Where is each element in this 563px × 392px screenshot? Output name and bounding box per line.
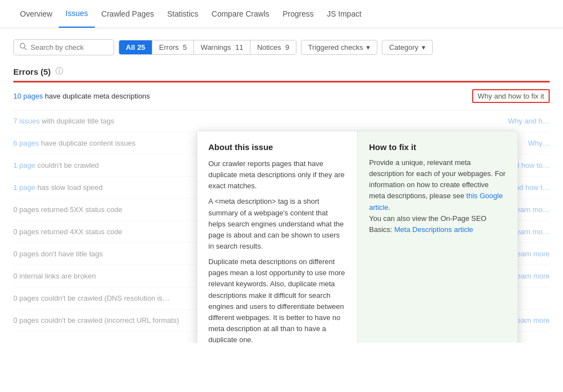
filter-tabs: All25 Errors 5 Warnings 11 Notices 9 [119, 40, 296, 55]
top-navigation: Overview Issues Crawled Pages Statistics… [0, 0, 563, 28]
meta-descriptions-article-link[interactable]: Meta Descriptions article [395, 225, 473, 234]
popup-fix-title: How to fix it [369, 142, 506, 152]
nav-compare-crawls[interactable]: Compare Crawls [205, 1, 276, 27]
tab-errors[interactable]: Errors 5 [152, 40, 194, 54]
popup-about-text2: A <meta description> tag is a short summ… [208, 196, 346, 252]
search-input[interactable] [30, 43, 108, 51]
learn-more-link-7[interactable]: Learn more [513, 250, 550, 258]
issue-link-2[interactable]: 6 pages [13, 139, 39, 147]
nav-crawled-pages[interactable]: Crawled Pages [95, 1, 161, 27]
main-content: All25 Errors 5 Warnings 11 Notices 9 Tri… [0, 28, 563, 343]
issue-text-0: 10 pages have duplicate meta description… [13, 92, 468, 100]
search-icon [19, 43, 27, 52]
svg-line-1 [24, 48, 27, 50]
issue-link-1[interactable]: 7 issues [13, 117, 40, 125]
chevron-down-icon: ▾ [422, 43, 426, 51]
search-input-wrap[interactable] [13, 39, 114, 55]
triggered-checks-dropdown[interactable]: Triggered checks ▾ [301, 40, 377, 55]
category-dropdown[interactable]: Category ▾ [382, 40, 433, 55]
popup-fix: How to fix it Provide a unique, relevant… [357, 131, 518, 343]
issue-link-4[interactable]: 1 page [13, 183, 35, 192]
why-fix-link-1[interactable]: Why and h… [508, 117, 550, 125]
popup-about-text: Our crawler reports pages that have dupl… [208, 158, 346, 192]
issue-popup: About this issue Our crawler reports pag… [197, 131, 518, 343]
nav-js-impact[interactable]: JS Impact [320, 1, 368, 27]
issue-row-1: 7 issues with duplicate title tags Why a… [13, 110, 550, 132]
issue-row-0: 10 pages have duplicate meta description… [13, 82, 550, 110]
nav-overview[interactable]: Overview [13, 1, 59, 27]
tab-notices[interactable]: Notices 9 [250, 40, 296, 54]
popup-about-title: About this issue [208, 142, 346, 152]
learn-more-link-8[interactable]: Learn more [513, 272, 550, 280]
issue-text-1: 7 issues with duplicate title tags [13, 117, 504, 125]
errors-header: Errors (5) ⓘ [13, 66, 550, 81]
nav-issues[interactable]: Issues [59, 0, 94, 28]
tab-all[interactable]: All25 [119, 40, 152, 54]
tab-warnings[interactable]: Warnings 11 [194, 40, 250, 54]
errors-title: Errors (5) [13, 67, 51, 76]
google-article-link[interactable]: this Google article [369, 192, 503, 211]
issue-link-3[interactable]: 1 page [13, 161, 35, 169]
popup-fix-text: Provide a unique, relevant meta descript… [369, 157, 506, 235]
chevron-down-icon: ▾ [366, 43, 370, 51]
issue-link-0[interactable]: 10 pages [13, 92, 43, 100]
nav-statistics[interactable]: Statistics [161, 1, 205, 27]
why-fix-link-2[interactable]: Why… [528, 139, 550, 147]
popup-about: About this issue Our crawler reports pag… [197, 131, 357, 343]
why-fix-link-0[interactable]: Why and how to fix it [472, 89, 550, 103]
learn-more-link-10[interactable]: Learn more [513, 316, 550, 324]
info-icon[interactable]: ⓘ [55, 66, 63, 76]
filter-bar: All25 Errors 5 Warnings 11 Notices 9 Tri… [13, 39, 550, 55]
nav-progress[interactable]: Progress [276, 1, 320, 27]
popup-about-text3: Duplicate meta descriptions on different… [208, 256, 346, 343]
